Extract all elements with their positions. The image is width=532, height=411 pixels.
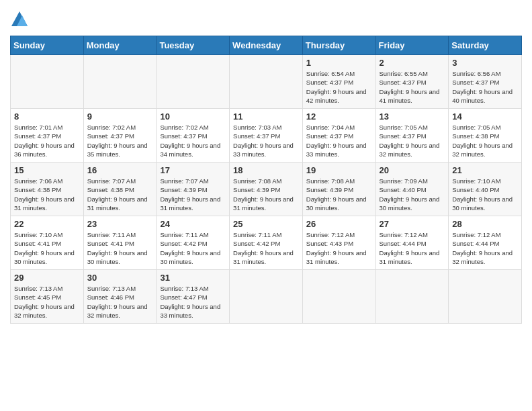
day-number: 27: [380, 219, 445, 229]
calendar-day-cell: 9 Sunrise: 7:02 AMSunset: 4:37 PMDayligh…: [83, 109, 157, 163]
day-info: Sunrise: 7:13 AMSunset: 4:45 PMDaylight:…: [14, 285, 75, 319]
day-number: 29: [14, 273, 80, 283]
day-number: 23: [87, 219, 153, 229]
day-info: Sunrise: 7:02 AMSunset: 4:37 PMDaylight:…: [160, 124, 220, 158]
calendar-day-cell: 16 Sunrise: 7:07 AMSunset: 4:38 PMDaylig…: [83, 163, 157, 216]
day-number: 8: [14, 111, 80, 122]
empty-day-cell: [11, 55, 84, 109]
calendar-day-cell: 31 Sunrise: 7:13 AMSunset: 4:47 PMDaylig…: [157, 270, 230, 324]
weekday-header: Monday: [83, 36, 157, 55]
calendar-day-cell: 11 Sunrise: 7:03 AMSunset: 4:37 PMDaylig…: [230, 109, 303, 163]
calendar-day-cell: 19 Sunrise: 7:08 AMSunset: 4:39 PMDaylig…: [302, 163, 375, 216]
day-info: Sunrise: 6:55 AMSunset: 4:37 PMDaylight:…: [380, 70, 440, 104]
calendar-day-cell: 27 Sunrise: 7:12 AMSunset: 4:44 PMDaylig…: [375, 216, 449, 270]
day-number: 11: [233, 111, 299, 122]
calendar-day-cell: 3 Sunrise: 6:56 AMSunset: 4:37 PMDayligh…: [449, 55, 522, 109]
day-number: 28: [452, 219, 518, 229]
calendar-week-row: 1 Sunrise: 6:54 AMSunset: 4:37 PMDayligh…: [11, 55, 522, 109]
calendar-day-cell: 2 Sunrise: 6:55 AMSunset: 4:37 PMDayligh…: [375, 55, 449, 109]
day-info: Sunrise: 7:10 AMSunset: 4:40 PMDaylight:…: [452, 177, 513, 212]
day-number: 9: [87, 111, 153, 122]
day-number: 19: [306, 165, 372, 175]
day-info: Sunrise: 7:12 AMSunset: 4:44 PMDaylight:…: [380, 231, 440, 265]
calendar-week-row: 29 Sunrise: 7:13 AMSunset: 4:45 PMDaylig…: [11, 270, 522, 324]
day-number: 30: [87, 273, 153, 283]
calendar-day-cell: 14 Sunrise: 7:05 AMSunset: 4:38 PMDaylig…: [449, 109, 522, 163]
calendar-week-row: 8 Sunrise: 7:01 AMSunset: 4:37 PMDayligh…: [11, 109, 522, 163]
day-number: 21: [452, 165, 518, 175]
empty-day-cell: [302, 270, 375, 324]
empty-day-cell: [83, 55, 157, 109]
empty-day-cell: [230, 55, 303, 109]
day-number: 13: [380, 111, 445, 122]
page-header: [10, 10, 522, 29]
day-number: 15: [14, 165, 80, 175]
weekday-header-row: SundayMondayTuesdayWednesdayThursdayFrid…: [11, 36, 522, 55]
calendar-day-cell: 17 Sunrise: 7:07 AMSunset: 4:39 PMDaylig…: [157, 163, 230, 216]
calendar-day-cell: 10 Sunrise: 7:02 AMSunset: 4:37 PMDaylig…: [157, 109, 230, 163]
day-info: Sunrise: 7:11 AMSunset: 4:42 PMDaylight:…: [233, 231, 294, 265]
calendar-day-cell: 18 Sunrise: 7:08 AMSunset: 4:39 PMDaylig…: [230, 163, 303, 216]
day-info: Sunrise: 7:09 AMSunset: 4:40 PMDaylight:…: [380, 177, 440, 212]
day-number: 17: [160, 165, 226, 175]
day-info: Sunrise: 7:07 AMSunset: 4:39 PMDaylight:…: [160, 177, 220, 212]
calendar-day-cell: 20 Sunrise: 7:09 AMSunset: 4:40 PMDaylig…: [375, 163, 449, 216]
day-number: 25: [233, 219, 299, 229]
day-info: Sunrise: 7:02 AMSunset: 4:37 PMDaylight:…: [87, 124, 148, 158]
day-info: Sunrise: 7:01 AMSunset: 4:37 PMDaylight:…: [14, 124, 75, 158]
day-number: 2: [380, 58, 445, 68]
weekday-header: Tuesday: [157, 36, 230, 55]
day-number: 22: [14, 219, 80, 229]
weekday-header: Friday: [375, 36, 449, 55]
day-number: 10: [160, 111, 226, 122]
day-number: 3: [452, 58, 518, 68]
calendar-day-cell: 15 Sunrise: 7:06 AMSunset: 4:38 PMDaylig…: [11, 163, 84, 216]
day-info: Sunrise: 6:54 AMSunset: 4:37 PMDaylight:…: [306, 70, 367, 104]
calendar-table: SundayMondayTuesdayWednesdayThursdayFrid…: [10, 36, 522, 324]
day-info: Sunrise: 7:13 AMSunset: 4:47 PMDaylight:…: [160, 285, 220, 319]
day-info: Sunrise: 7:04 AMSunset: 4:37 PMDaylight:…: [306, 124, 367, 158]
day-number: 18: [233, 165, 299, 175]
weekday-header: Wednesday: [230, 36, 303, 55]
calendar-day-cell: 28 Sunrise: 7:12 AMSunset: 4:44 PMDaylig…: [449, 216, 522, 270]
day-number: 12: [306, 111, 372, 122]
weekday-header: Saturday: [449, 36, 522, 55]
calendar-day-cell: 8 Sunrise: 7:01 AMSunset: 4:37 PMDayligh…: [11, 109, 84, 163]
day-info: Sunrise: 7:05 AMSunset: 4:37 PMDaylight:…: [380, 124, 440, 158]
calendar-week-row: 22 Sunrise: 7:10 AMSunset: 4:41 PMDaylig…: [11, 216, 522, 270]
calendar-day-cell: 12 Sunrise: 7:04 AMSunset: 4:37 PMDaylig…: [302, 109, 375, 163]
calendar-day-cell: 26 Sunrise: 7:12 AMSunset: 4:43 PMDaylig…: [302, 216, 375, 270]
logo: [10, 10, 32, 29]
day-info: Sunrise: 7:10 AMSunset: 4:41 PMDaylight:…: [14, 231, 75, 265]
weekday-header: Sunday: [11, 36, 84, 55]
calendar-day-cell: 30 Sunrise: 7:13 AMSunset: 4:46 PMDaylig…: [83, 270, 157, 324]
day-info: Sunrise: 7:11 AMSunset: 4:41 PMDaylight:…: [87, 231, 148, 265]
calendar-day-cell: 29 Sunrise: 7:13 AMSunset: 4:45 PMDaylig…: [11, 270, 84, 324]
day-number: 26: [306, 219, 372, 229]
empty-day-cell: [230, 270, 303, 324]
weekday-header: Thursday: [302, 36, 375, 55]
calendar-day-cell: 1 Sunrise: 6:54 AMSunset: 4:37 PMDayligh…: [302, 55, 375, 109]
day-info: Sunrise: 6:56 AMSunset: 4:37 PMDaylight:…: [452, 70, 513, 104]
empty-day-cell: [157, 55, 230, 109]
calendar-day-cell: 23 Sunrise: 7:11 AMSunset: 4:41 PMDaylig…: [83, 216, 157, 270]
day-number: 14: [452, 111, 518, 122]
calendar-week-row: 15 Sunrise: 7:06 AMSunset: 4:38 PMDaylig…: [11, 163, 522, 216]
day-info: Sunrise: 7:05 AMSunset: 4:38 PMDaylight:…: [452, 124, 513, 158]
calendar-day-cell: 21 Sunrise: 7:10 AMSunset: 4:40 PMDaylig…: [449, 163, 522, 216]
empty-day-cell: [375, 270, 449, 324]
day-info: Sunrise: 7:12 AMSunset: 4:44 PMDaylight:…: [452, 231, 513, 265]
day-info: Sunrise: 7:08 AMSunset: 4:39 PMDaylight:…: [306, 177, 367, 212]
calendar-day-cell: 24 Sunrise: 7:11 AMSunset: 4:42 PMDaylig…: [157, 216, 230, 270]
day-number: 20: [380, 165, 445, 175]
calendar-day-cell: 22 Sunrise: 7:10 AMSunset: 4:41 PMDaylig…: [11, 216, 84, 270]
day-number: 31: [160, 273, 226, 283]
calendar-day-cell: 13 Sunrise: 7:05 AMSunset: 4:37 PMDaylig…: [375, 109, 449, 163]
day-info: Sunrise: 7:12 AMSunset: 4:43 PMDaylight:…: [306, 231, 367, 265]
day-info: Sunrise: 7:07 AMSunset: 4:38 PMDaylight:…: [87, 177, 148, 212]
day-info: Sunrise: 7:03 AMSunset: 4:37 PMDaylight:…: [233, 124, 294, 158]
calendar-day-cell: 25 Sunrise: 7:11 AMSunset: 4:42 PMDaylig…: [230, 216, 303, 270]
day-number: 24: [160, 219, 226, 229]
day-info: Sunrise: 7:13 AMSunset: 4:46 PMDaylight:…: [87, 285, 148, 319]
day-info: Sunrise: 7:11 AMSunset: 4:42 PMDaylight:…: [160, 231, 220, 265]
